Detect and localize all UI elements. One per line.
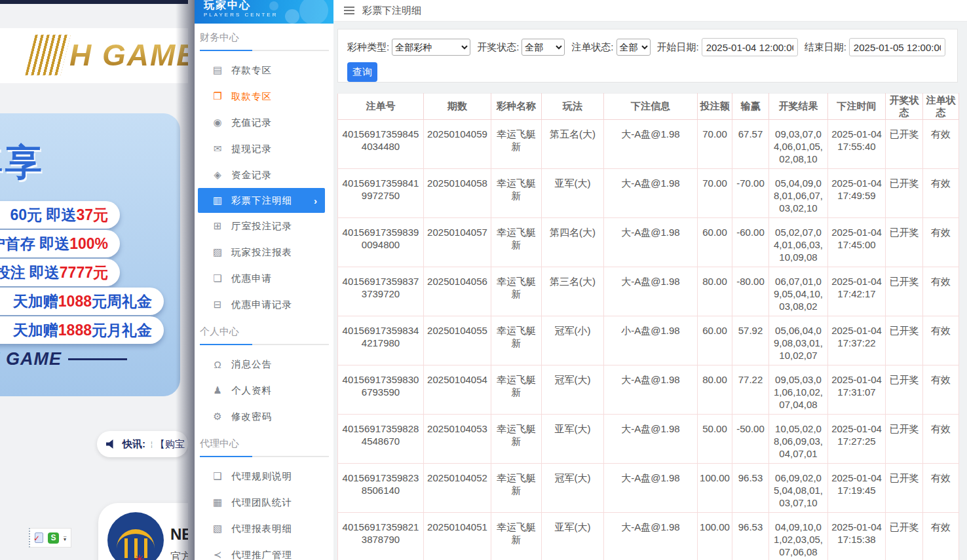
cell-period: 20250104057	[424, 218, 491, 267]
news-ticker[interactable]: 快讯: ¦ 【购宝	[97, 431, 188, 457]
promo-banner[interactable]: 投注 即送7777元	[0, 259, 120, 286]
promo-banner[interactable]: 天加赠1088元周礼金	[0, 288, 164, 315]
sidebar-item-team-stats[interactable]: ▦代理团队统计	[195, 489, 333, 515]
lottery-type-select[interactable]: 全部彩种	[392, 39, 470, 56]
column-header-order_status: 注单状态	[923, 94, 959, 120]
sidebar-item-user[interactable]: ♟个人资料	[195, 377, 333, 403]
sidebar-item-bell[interactable]: Ω消息公告	[195, 351, 333, 377]
doc-check-icon[interactable]	[35, 532, 43, 543]
cell-draw_result: 05,06,04,09,08,03,01,10,02,07	[769, 316, 828, 365]
cell-order_id: 401569173598454034480	[338, 120, 424, 169]
cell-bet_time: 2025-01-04 17:49:59	[828, 169, 886, 218]
hamburger-menu-icon[interactable]	[344, 7, 354, 14]
promo-hero-title: 尊享	[0, 138, 45, 188]
sidebar-item-document[interactable]: ❑代理规则说明	[195, 463, 333, 489]
promo-panel: 尊享 60元 即送37元户首存 即送100%投注 即送7777元天加赠1088元…	[0, 113, 180, 396]
cell-order_status: 有效	[923, 218, 959, 267]
bell-icon: Ω	[212, 359, 223, 370]
sidebar-item-promo-apply[interactable]: ❏优惠申请	[195, 265, 333, 291]
cell-bet_info: 大-A盘@1.98	[604, 267, 698, 316]
sidebar-item-withdraw-hand[interactable]: ❐取款专区	[195, 83, 333, 109]
ticker-separator: ¦	[151, 440, 153, 448]
promo-banner[interactable]: 户首存 即送100%	[0, 230, 120, 257]
promo-banner[interactable]: 60元 即送37元	[0, 201, 120, 229]
promo-segment: 投注 即送	[0, 263, 60, 283]
table-row: 40156917359834421798020250104055幸运飞艇新冠军(…	[338, 316, 959, 365]
bets-table: 注单号期数彩种名称玩法下注信息投注额输赢开奖结果下注时间开奖状态注单状态 401…	[337, 93, 959, 560]
cell-draw_status: 已开奖	[886, 120, 923, 169]
column-header-period: 期数	[424, 94, 491, 120]
background-page: H GAME 尊享 60元 即送37元户首存 即送100%投注 即送7777元天…	[0, 0, 188, 560]
sidebar-item-label: 代理团队统计	[231, 496, 292, 509]
cell-bet_time: 2025-01-04 17:31:07	[828, 365, 886, 415]
cell-bet_amount: 50.00	[698, 415, 732, 464]
cell-order_status: 有效	[923, 365, 959, 415]
cell-win_loss: 57.92	[732, 316, 769, 365]
cell-draw_status: 已开奖	[886, 316, 923, 365]
sidebar-item-funds-record[interactable]: ◈资金记录	[195, 162, 333, 188]
end-date-label: 结束日期:	[805, 41, 846, 54]
start-date-input[interactable]	[702, 38, 798, 56]
search-button[interactable]: 查询	[347, 62, 377, 82]
end-date-input[interactable]	[849, 38, 945, 56]
sidebar-item-recharge-record[interactable]: ◉充值记录	[195, 109, 333, 136]
toolbar-arrows-icon[interactable]: –▾	[64, 534, 66, 541]
cell-draw_status: 已开奖	[886, 267, 923, 316]
withdraw-hand-icon: ❐	[212, 90, 223, 102]
player-center-sidebar: 玩家中心 PLAYERS CENTER 财务中心▤存款专区❐取款专区◉充值记录✉…	[195, 0, 333, 560]
cell-bet_info: 大-A盘@1.98	[604, 120, 698, 169]
floating-toolbar[interactable]: S –▾	[29, 528, 71, 548]
cell-bet_time: 2025-01-04 17:37:22	[828, 316, 886, 365]
cell-play: 亚军(大)	[542, 415, 604, 464]
brand-footer-text: H GAME	[0, 349, 62, 369]
sidebar-item-label: 代理报表明细	[231, 523, 292, 535]
draw-status-label: 开奖状态:	[477, 41, 519, 54]
promo-segment: 60元 即送	[10, 205, 76, 225]
promo-segment: 100%	[69, 235, 108, 253]
sidebar-header: 玩家中心 PLAYERS CENTER	[195, 0, 333, 24]
order-status-select[interactable]: 全部	[616, 39, 651, 56]
cell-bet_time: 2025-01-04 17:19:45	[828, 464, 886, 513]
cell-order_status: 有效	[923, 464, 959, 513]
column-header-draw_status: 开奖状态	[886, 94, 923, 120]
sidebar-item-withdrawal-record[interactable]: ✉提现记录	[195, 136, 333, 162]
s-badge-icon[interactable]: S	[48, 532, 59, 544]
cell-draw_result: 06,09,02,05,04,08,01,03,07,10	[769, 464, 828, 513]
sidebar-item-hall-bet-record[interactable]: ⊞厅室投注记录	[195, 213, 333, 239]
sidebar-section-underline	[200, 344, 329, 345]
logo-text: H GAME	[69, 37, 188, 73]
table-row: 40156917359830679359020250104054幸运飞艇新冠军(…	[338, 365, 959, 415]
start-date-label: 开始日期:	[657, 41, 699, 54]
cell-draw_status: 已开奖	[886, 513, 923, 560]
sidebar-item-agent-report[interactable]: ▧代理报表明细	[195, 515, 333, 542]
cell-period: 20250104056	[424, 267, 491, 316]
panel-shadow	[176, 0, 195, 560]
cell-draw_status: 已开奖	[886, 415, 923, 464]
nba-banner-card[interactable]: NE 官方	[98, 503, 188, 560]
sidebar-item-promo-apply-record[interactable]: ⊟优惠申请记录	[195, 291, 333, 318]
cell-bet_info: 大-A盘@1.98	[604, 169, 698, 218]
sidebar-item-share[interactable]: ≺代理推广管理	[195, 542, 333, 560]
promo-segment: 7777元	[60, 263, 108, 283]
sidebar-item-label: 消息公告	[231, 358, 272, 371]
cell-win_loss: -70.00	[732, 169, 769, 218]
logo-band: H GAME	[0, 28, 188, 83]
cell-lottery_name: 幸运飞艇新	[491, 169, 542, 218]
decor-circle-icon	[285, 9, 299, 24]
column-header-bet_time: 下注时间	[828, 94, 886, 120]
cell-bet_amount: 60.00	[698, 218, 732, 267]
agent-report-icon: ▧	[212, 523, 223, 534]
draw-status-select[interactable]: 全部	[521, 39, 565, 56]
sidebar-item-gear[interactable]: ⚙修改密码	[195, 403, 333, 430]
sidebar-section-title: 财务中心	[200, 30, 333, 45]
chevron-right-icon: ›	[314, 195, 317, 206]
sidebar-item-deposit-card[interactable]: ▤存款专区	[195, 57, 333, 83]
cell-lottery_name: 幸运飞艇新	[491, 464, 542, 513]
sidebar-item-lottery-bet-detail[interactable]: ▥彩票下注明细›	[198, 188, 325, 213]
cell-bet_time: 2025-01-04 17:27:25	[828, 415, 886, 464]
column-header-win_loss: 输赢	[732, 94, 769, 120]
cell-bet_info: 大-A盘@1.98	[604, 415, 698, 464]
cell-play: 第四名(大)	[542, 218, 604, 267]
promo-banner[interactable]: 天加赠1888元月礼金	[0, 316, 164, 344]
sidebar-item-player-bet-report[interactable]: ▨玩家投注报表	[195, 239, 333, 265]
